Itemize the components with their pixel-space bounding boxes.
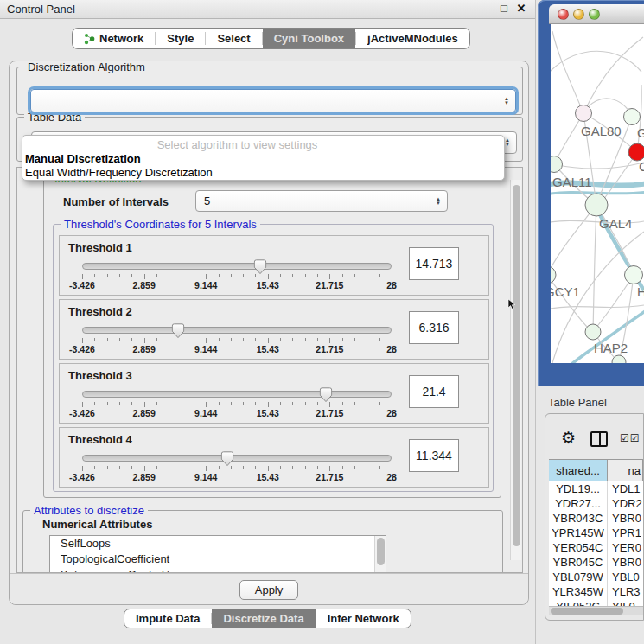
node-hap2[interactable] <box>585 324 601 340</box>
network-canvas[interactable]: GAL80GACGAL11GAL4GCY1HHAP2 <box>551 24 644 363</box>
tick-mark <box>280 338 281 341</box>
tick-mark <box>268 274 269 279</box>
algorithm-combobox[interactable]: ▲▼ <box>30 89 516 112</box>
node-h[interactable] <box>625 266 643 284</box>
bottom-tab-label: Discretize Data <box>223 612 303 625</box>
attribute-list-item[interactable]: SelfLoops <box>50 536 386 552</box>
tick-mark <box>169 274 169 277</box>
threshold-value-field[interactable]: 14.713 <box>409 247 459 280</box>
thresholds-group: Threshold's Coordinates for 5 Intervals … <box>53 224 494 492</box>
gear-icon[interactable]: ⚙ <box>561 428 576 448</box>
network-edge[interactable] <box>551 51 641 76</box>
tab-network[interactable]: Network <box>73 29 155 48</box>
network-window-titlebar[interactable] <box>549 4 644 24</box>
tab-style[interactable]: Style <box>156 29 205 48</box>
algorithm-option-equal-width[interactable]: Equal Width/Frequency Discretization <box>25 166 501 179</box>
cell-name: YBR0 <box>608 511 643 526</box>
tick-mark <box>305 274 306 277</box>
node-gcy1[interactable] <box>551 266 556 284</box>
bottom-tab-impute-data[interactable]: Impute Data <box>124 609 211 628</box>
label: Network <box>99 32 143 45</box>
network-view-window: GAL80GACGAL11GAL4GCY1HHAP2 <box>538 0 644 386</box>
network-edge[interactable] <box>552 31 583 113</box>
columns-icon[interactable] <box>590 431 608 447</box>
node-gal11[interactable] <box>551 156 563 173</box>
tick-mark <box>144 274 145 279</box>
table-row[interactable]: YBL079WYBL0 <box>549 570 643 584</box>
tick-mark <box>82 274 83 279</box>
checkbox-icons[interactable]: ☑☑ <box>620 432 641 444</box>
table-row[interactable]: YDL19...YDL1 <box>549 481 643 496</box>
table-row[interactable]: YPR145WYPR1 <box>549 526 643 540</box>
table-row[interactable]: YBR043CYBR0 <box>549 511 643 526</box>
network-edge[interactable] <box>551 205 596 275</box>
slider-thumb-icon[interactable] <box>172 323 185 339</box>
threshold-slider[interactable] <box>82 455 392 462</box>
cell-name: YLR3 <box>608 584 643 599</box>
threshold-panel-2: Threshold 2-3.4262.8599.14415.4321.71528… <box>59 299 489 360</box>
bottom-tab-infer-network[interactable]: Infer Network <box>316 609 411 628</box>
tab-select[interactable]: Select <box>206 29 261 48</box>
tick-mark <box>107 338 108 341</box>
threshold-value-field[interactable]: 21.4 <box>409 375 459 408</box>
slider-thumb-icon[interactable] <box>221 451 234 467</box>
apply-button[interactable]: Apply <box>239 580 298 600</box>
slider-thumb-icon[interactable] <box>320 387 333 403</box>
bottom-tab-label: Impute Data <box>136 612 200 625</box>
node-gcy1-label: GCY1 <box>551 284 580 299</box>
tick-mark <box>82 338 83 343</box>
tab-cyni-toolbox[interactable]: Cyni Toolbox <box>263 29 355 48</box>
table-body[interactable]: YDL19...YDL1YDR27...YDR2YBR043CYBR0YPR14… <box>549 481 643 606</box>
label: Cyni Toolbox <box>274 32 344 45</box>
tick-mark <box>194 402 194 405</box>
column-header-shared-name[interactable]: shared... <box>549 460 608 481</box>
threshold-slider[interactable] <box>82 263 392 270</box>
table-row[interactable]: YIL052CYIL0 <box>549 599 643 606</box>
slider-ticks <box>82 466 392 471</box>
node-red[interactable] <box>628 143 644 161</box>
network-edge[interactable] <box>593 205 596 332</box>
window-title: Control Panel <box>7 3 75 16</box>
table-row[interactable]: YER054CYER0 <box>549 540 643 555</box>
node-gal80[interactable] <box>576 105 592 122</box>
table-row[interactable]: YBR045CYBR0 <box>549 555 643 570</box>
numerical-attributes-list[interactable]: SelfLoopsTopologicalCoefficientBetweenne… <box>49 535 386 573</box>
tick-label: 21.715 <box>316 280 343 290</box>
column-header-name[interactable]: na <box>608 460 643 481</box>
float-window-icon[interactable]: □ <box>497 2 511 16</box>
tick-mark <box>182 338 182 341</box>
tab-jactivemnodules[interactable]: jActiveMNodules <box>356 29 469 48</box>
mac-close-button[interactable] <box>558 9 569 20</box>
mac-minimize-button[interactable] <box>573 9 584 20</box>
attribute-list-item[interactable]: BetweennessCentrality <box>50 567 386 573</box>
node-ga[interactable] <box>624 109 641 125</box>
tick-mark <box>119 338 120 341</box>
table-row[interactable]: YDR27...YDR2 <box>549 496 643 511</box>
threshold-slider[interactable] <box>82 327 392 334</box>
network-edge[interactable] <box>596 275 634 328</box>
attributes-list-scrollbar[interactable] <box>374 536 386 573</box>
mac-zoom-button[interactable] <box>589 9 600 20</box>
threshold-value-field[interactable]: 6.316 <box>409 311 459 344</box>
tick-mark <box>182 274 182 277</box>
slider-thumb-icon[interactable] <box>254 259 267 275</box>
tick-label: 9.144 <box>194 344 217 354</box>
tick-mark <box>354 274 355 277</box>
attribute-list-item[interactable]: TopologicalCoefficient <box>50 552 386 567</box>
close-window-icon[interactable]: ✕ <box>514 2 528 16</box>
network-edge[interactable] <box>554 163 644 169</box>
node-gal4[interactable] <box>585 194 608 216</box>
table-row[interactable]: YLR345WYLR3 <box>549 584 643 599</box>
threshold-slider[interactable] <box>82 391 392 398</box>
node-gal11-label: GAL11 <box>552 175 592 189</box>
network-edge[interactable] <box>583 37 643 113</box>
number-of-intervals-combobox[interactable]: 5 ▲▼ <box>195 190 448 212</box>
tick-mark <box>317 274 318 277</box>
table-horizontal-scrollbar[interactable] <box>549 606 643 615</box>
network-edge[interactable] <box>554 113 583 164</box>
settings-panel-scrollbar[interactable] <box>510 180 521 560</box>
tick-label: 2.859 <box>132 408 155 418</box>
algorithm-option-manual[interactable]: Manual Discretization <box>25 152 501 165</box>
bottom-tab-discretize-data[interactable]: Discretize Data <box>212 609 315 628</box>
threshold-value-field[interactable]: 11.344 <box>409 439 459 472</box>
